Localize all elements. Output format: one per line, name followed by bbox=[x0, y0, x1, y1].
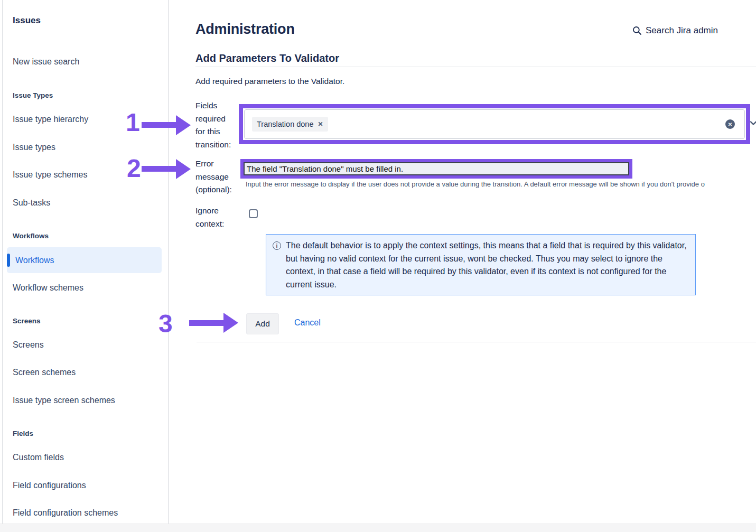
cancel-link[interactable]: Cancel bbox=[294, 318, 321, 328]
annotation-arrow-3-shaft bbox=[189, 320, 224, 326]
window-bottom-strip bbox=[0, 524, 756, 532]
chevron-down-icon[interactable] bbox=[749, 119, 756, 127]
search-label: Search Jira admin bbox=[646, 25, 718, 36]
annotation-step-1-number: 1 bbox=[126, 110, 140, 135]
ignore-context-checkbox[interactable] bbox=[249, 209, 258, 218]
annotation-arrow-1-shaft bbox=[142, 122, 176, 128]
error-message-input[interactable] bbox=[244, 162, 629, 175]
page-heading-administration: Administration bbox=[195, 21, 295, 38]
sidebar-section-workflows: Workflows bbox=[13, 232, 49, 240]
section-title: Add Parameters To Validator bbox=[195, 52, 339, 64]
search-icon bbox=[632, 26, 642, 35]
remove-tag-icon[interactable]: ✕ bbox=[318, 121, 323, 127]
annotation-arrow-2-shaft bbox=[142, 166, 176, 172]
sidebar-section-screens: Screens bbox=[13, 317, 41, 325]
info-message-box: i The default behavior is to apply the c… bbox=[266, 234, 696, 295]
footer-divider bbox=[197, 342, 756, 342]
annotation-arrow-1-head bbox=[176, 115, 191, 135]
error-message-help-text: Input the error message to display if th… bbox=[246, 180, 756, 188]
sidebar-item-issue-type-screen-schemes[interactable]: Issue type screen schemes bbox=[13, 396, 115, 405]
sidebar-section-issue-types: Issue Types bbox=[13, 91, 53, 99]
tag-label: Translation done bbox=[257, 120, 313, 128]
selected-indicator-pill bbox=[7, 254, 10, 267]
title-divider bbox=[195, 67, 756, 67]
clear-all-icon[interactable]: ✕ bbox=[725, 119, 735, 129]
annotation-step-3-number: 3 bbox=[158, 311, 173, 337]
annotation-arrow-3-head bbox=[223, 313, 238, 333]
sidebar-item-issue-type-hierarchy[interactable]: Issue type hierarchy bbox=[13, 115, 88, 124]
sidebar-item-screens[interactable]: Screens bbox=[13, 340, 44, 350]
fields-required-label: Fields required for this transition: bbox=[195, 99, 243, 151]
sidebar-item-workflows-selected[interactable]: Workflows bbox=[7, 247, 162, 273]
sidebar-item-sub-tasks[interactable]: Sub-tasks bbox=[13, 198, 50, 208]
fields-multiselect[interactable]: Translation done ✕ ✕ bbox=[244, 109, 745, 139]
sidebar-item-label: Workflows bbox=[15, 256, 54, 265]
sidebar-title: Issues bbox=[13, 15, 41, 26]
sidebar-item-field-configurations[interactable]: Field configurations bbox=[13, 481, 86, 490]
sidebar-item-issue-type-schemes[interactable]: Issue type schemes bbox=[13, 170, 87, 180]
sidebar-item-custom-fields[interactable]: Custom fields bbox=[13, 453, 64, 462]
highlight-box-2 bbox=[240, 159, 632, 179]
highlight-box-1: Translation done ✕ ✕ bbox=[239, 104, 750, 144]
sidebar-item-new-issue-search[interactable]: New issue search bbox=[13, 57, 79, 67]
admin-sidebar: Issues New issue search Issue Types Issu… bbox=[3, 0, 169, 524]
ignore-context-label: Ignore context: bbox=[195, 204, 243, 230]
sidebar-item-issue-types[interactable]: Issue types bbox=[13, 143, 55, 152]
sidebar-item-field-configuration-schemes[interactable]: Field configuration schemes bbox=[13, 508, 118, 518]
add-button[interactable]: Add bbox=[246, 313, 279, 334]
sidebar-item-workflow-schemes[interactable]: Workflow schemes bbox=[13, 283, 83, 293]
sidebar-section-fields: Fields bbox=[13, 430, 33, 437]
info-message-text: The default behavior is to apply the con… bbox=[286, 239, 693, 291]
info-icon: i bbox=[273, 241, 281, 250]
sidebar-item-screen-schemes[interactable]: Screen schemes bbox=[13, 368, 76, 377]
annotation-step-2-number: 2 bbox=[127, 156, 141, 181]
annotation-arrow-2-head bbox=[176, 159, 191, 179]
section-description: Add required parameters to the Validator… bbox=[195, 77, 344, 86]
selected-field-tag: Translation done ✕ bbox=[252, 117, 328, 132]
search-jira-admin[interactable]: Search Jira admin bbox=[632, 25, 718, 36]
error-message-label: Error message (optional): bbox=[195, 157, 243, 197]
